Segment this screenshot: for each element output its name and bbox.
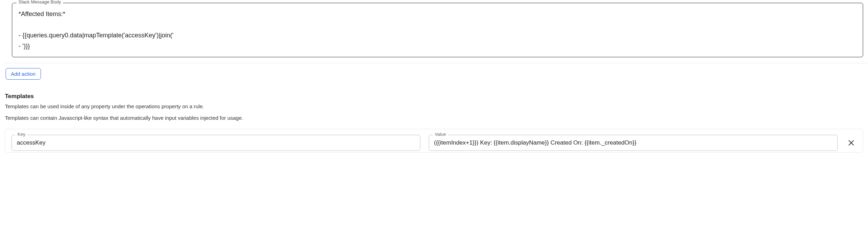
template-key-input[interactable] (12, 135, 420, 150)
templates-heading: Templates (5, 93, 863, 100)
template-row: Key Value (5, 129, 863, 153)
add-action-button[interactable]: Add action (6, 68, 41, 80)
panel-divider (5, 63, 868, 63)
close-icon (847, 139, 855, 147)
template-value-field: Value (429, 135, 838, 151)
template-value-input[interactable] (429, 135, 837, 150)
templates-description-2: Templates can contain Javascript-like sy… (5, 114, 863, 122)
slack-message-body-input[interactable]: *Affected Items:* - {{queries.query0.dat… (19, 9, 856, 51)
slack-message-body-field: Slack Message Body *Affected Items:* - {… (12, 3, 863, 57)
template-value-label: Value (433, 132, 448, 137)
slack-message-body-label: Slack Message Body (16, 0, 63, 5)
templates-description-1: Templates can be used inside of any prop… (5, 103, 863, 111)
template-key-label: Key (15, 132, 27, 137)
remove-template-button[interactable] (846, 138, 856, 148)
template-key-field: Key (12, 135, 420, 151)
